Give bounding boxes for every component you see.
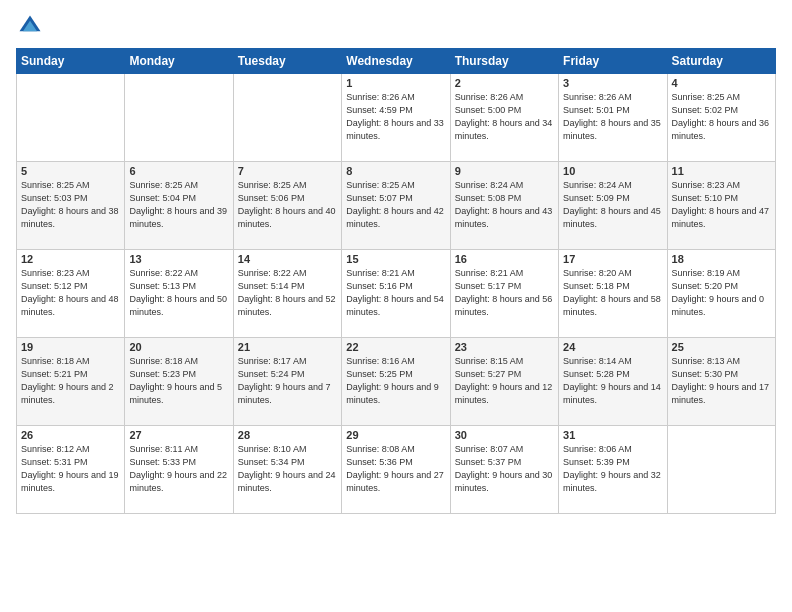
calendar-cell: 21Sunrise: 8:17 AM Sunset: 5:24 PM Dayli… (233, 338, 341, 426)
day-number: 21 (238, 341, 337, 353)
calendar: SundayMondayTuesdayWednesdayThursdayFrid… (16, 48, 776, 514)
calendar-cell: 10Sunrise: 8:24 AM Sunset: 5:09 PM Dayli… (559, 162, 667, 250)
weekday-header: Monday (125, 49, 233, 74)
calendar-cell: 18Sunrise: 8:19 AM Sunset: 5:20 PM Dayli… (667, 250, 775, 338)
calendar-cell: 20Sunrise: 8:18 AM Sunset: 5:23 PM Dayli… (125, 338, 233, 426)
calendar-body: 1Sunrise: 8:26 AM Sunset: 4:59 PM Daylig… (17, 74, 776, 514)
day-info: Sunrise: 8:25 AM Sunset: 5:02 PM Dayligh… (672, 91, 771, 143)
calendar-header: SundayMondayTuesdayWednesdayThursdayFrid… (17, 49, 776, 74)
day-info: Sunrise: 8:25 AM Sunset: 5:07 PM Dayligh… (346, 179, 445, 231)
day-number: 28 (238, 429, 337, 441)
calendar-cell: 16Sunrise: 8:21 AM Sunset: 5:17 PM Dayli… (450, 250, 558, 338)
day-number: 27 (129, 429, 228, 441)
calendar-week: 26Sunrise: 8:12 AM Sunset: 5:31 PM Dayli… (17, 426, 776, 514)
day-info: Sunrise: 8:06 AM Sunset: 5:39 PM Dayligh… (563, 443, 662, 495)
day-info: Sunrise: 8:13 AM Sunset: 5:30 PM Dayligh… (672, 355, 771, 407)
day-number: 22 (346, 341, 445, 353)
calendar-cell: 9Sunrise: 8:24 AM Sunset: 5:08 PM Daylig… (450, 162, 558, 250)
day-number: 17 (563, 253, 662, 265)
day-number: 4 (672, 77, 771, 89)
day-number: 14 (238, 253, 337, 265)
day-info: Sunrise: 8:18 AM Sunset: 5:23 PM Dayligh… (129, 355, 228, 407)
calendar-cell: 27Sunrise: 8:11 AM Sunset: 5:33 PM Dayli… (125, 426, 233, 514)
day-number: 10 (563, 165, 662, 177)
weekday-header: Thursday (450, 49, 558, 74)
calendar-cell: 6Sunrise: 8:25 AM Sunset: 5:04 PM Daylig… (125, 162, 233, 250)
calendar-week: 1Sunrise: 8:26 AM Sunset: 4:59 PM Daylig… (17, 74, 776, 162)
calendar-cell: 3Sunrise: 8:26 AM Sunset: 5:01 PM Daylig… (559, 74, 667, 162)
day-number: 1 (346, 77, 445, 89)
day-number: 13 (129, 253, 228, 265)
day-info: Sunrise: 8:18 AM Sunset: 5:21 PM Dayligh… (21, 355, 120, 407)
day-info: Sunrise: 8:23 AM Sunset: 5:10 PM Dayligh… (672, 179, 771, 231)
day-number: 25 (672, 341, 771, 353)
weekday-header: Wednesday (342, 49, 450, 74)
day-number: 29 (346, 429, 445, 441)
day-number: 11 (672, 165, 771, 177)
calendar-cell: 17Sunrise: 8:20 AM Sunset: 5:18 PM Dayli… (559, 250, 667, 338)
day-info: Sunrise: 8:22 AM Sunset: 5:13 PM Dayligh… (129, 267, 228, 319)
day-info: Sunrise: 8:07 AM Sunset: 5:37 PM Dayligh… (455, 443, 554, 495)
day-info: Sunrise: 8:12 AM Sunset: 5:31 PM Dayligh… (21, 443, 120, 495)
day-info: Sunrise: 8:23 AM Sunset: 5:12 PM Dayligh… (21, 267, 120, 319)
day-number: 2 (455, 77, 554, 89)
calendar-cell: 4Sunrise: 8:25 AM Sunset: 5:02 PM Daylig… (667, 74, 775, 162)
day-number: 20 (129, 341, 228, 353)
day-info: Sunrise: 8:15 AM Sunset: 5:27 PM Dayligh… (455, 355, 554, 407)
calendar-week: 12Sunrise: 8:23 AM Sunset: 5:12 PM Dayli… (17, 250, 776, 338)
calendar-cell: 26Sunrise: 8:12 AM Sunset: 5:31 PM Dayli… (17, 426, 125, 514)
calendar-cell: 31Sunrise: 8:06 AM Sunset: 5:39 PM Dayli… (559, 426, 667, 514)
day-info: Sunrise: 8:20 AM Sunset: 5:18 PM Dayligh… (563, 267, 662, 319)
calendar-cell: 29Sunrise: 8:08 AM Sunset: 5:36 PM Dayli… (342, 426, 450, 514)
calendar-week: 19Sunrise: 8:18 AM Sunset: 5:21 PM Dayli… (17, 338, 776, 426)
header (16, 12, 776, 40)
calendar-cell: 12Sunrise: 8:23 AM Sunset: 5:12 PM Dayli… (17, 250, 125, 338)
calendar-cell: 23Sunrise: 8:15 AM Sunset: 5:27 PM Dayli… (450, 338, 558, 426)
day-info: Sunrise: 8:21 AM Sunset: 5:17 PM Dayligh… (455, 267, 554, 319)
day-info: Sunrise: 8:11 AM Sunset: 5:33 PM Dayligh… (129, 443, 228, 495)
calendar-cell: 19Sunrise: 8:18 AM Sunset: 5:21 PM Dayli… (17, 338, 125, 426)
logo-icon (16, 12, 44, 40)
day-number: 12 (21, 253, 120, 265)
day-info: Sunrise: 8:14 AM Sunset: 5:28 PM Dayligh… (563, 355, 662, 407)
day-number: 8 (346, 165, 445, 177)
day-number: 15 (346, 253, 445, 265)
day-number: 19 (21, 341, 120, 353)
weekday-header: Sunday (17, 49, 125, 74)
calendar-cell: 13Sunrise: 8:22 AM Sunset: 5:13 PM Dayli… (125, 250, 233, 338)
calendar-cell: 25Sunrise: 8:13 AM Sunset: 5:30 PM Dayli… (667, 338, 775, 426)
page: SundayMondayTuesdayWednesdayThursdayFrid… (0, 0, 792, 612)
calendar-cell: 8Sunrise: 8:25 AM Sunset: 5:07 PM Daylig… (342, 162, 450, 250)
calendar-cell: 5Sunrise: 8:25 AM Sunset: 5:03 PM Daylig… (17, 162, 125, 250)
day-number: 9 (455, 165, 554, 177)
day-info: Sunrise: 8:21 AM Sunset: 5:16 PM Dayligh… (346, 267, 445, 319)
day-number: 24 (563, 341, 662, 353)
day-info: Sunrise: 8:17 AM Sunset: 5:24 PM Dayligh… (238, 355, 337, 407)
calendar-cell: 11Sunrise: 8:23 AM Sunset: 5:10 PM Dayli… (667, 162, 775, 250)
calendar-cell: 2Sunrise: 8:26 AM Sunset: 5:00 PM Daylig… (450, 74, 558, 162)
day-info: Sunrise: 8:25 AM Sunset: 5:03 PM Dayligh… (21, 179, 120, 231)
day-number: 26 (21, 429, 120, 441)
day-info: Sunrise: 8:08 AM Sunset: 5:36 PM Dayligh… (346, 443, 445, 495)
day-number: 18 (672, 253, 771, 265)
calendar-cell: 14Sunrise: 8:22 AM Sunset: 5:14 PM Dayli… (233, 250, 341, 338)
day-number: 30 (455, 429, 554, 441)
calendar-cell (667, 426, 775, 514)
day-info: Sunrise: 8:24 AM Sunset: 5:08 PM Dayligh… (455, 179, 554, 231)
calendar-cell: 30Sunrise: 8:07 AM Sunset: 5:37 PM Dayli… (450, 426, 558, 514)
weekday-header: Tuesday (233, 49, 341, 74)
calendar-cell: 24Sunrise: 8:14 AM Sunset: 5:28 PM Dayli… (559, 338, 667, 426)
day-number: 5 (21, 165, 120, 177)
day-info: Sunrise: 8:10 AM Sunset: 5:34 PM Dayligh… (238, 443, 337, 495)
calendar-cell: 22Sunrise: 8:16 AM Sunset: 5:25 PM Dayli… (342, 338, 450, 426)
calendar-cell (125, 74, 233, 162)
calendar-cell: 15Sunrise: 8:21 AM Sunset: 5:16 PM Dayli… (342, 250, 450, 338)
weekday-header: Friday (559, 49, 667, 74)
day-info: Sunrise: 8:25 AM Sunset: 5:06 PM Dayligh… (238, 179, 337, 231)
day-number: 23 (455, 341, 554, 353)
day-info: Sunrise: 8:24 AM Sunset: 5:09 PM Dayligh… (563, 179, 662, 231)
weekday-row: SundayMondayTuesdayWednesdayThursdayFrid… (17, 49, 776, 74)
logo (16, 12, 48, 40)
day-number: 31 (563, 429, 662, 441)
day-info: Sunrise: 8:25 AM Sunset: 5:04 PM Dayligh… (129, 179, 228, 231)
